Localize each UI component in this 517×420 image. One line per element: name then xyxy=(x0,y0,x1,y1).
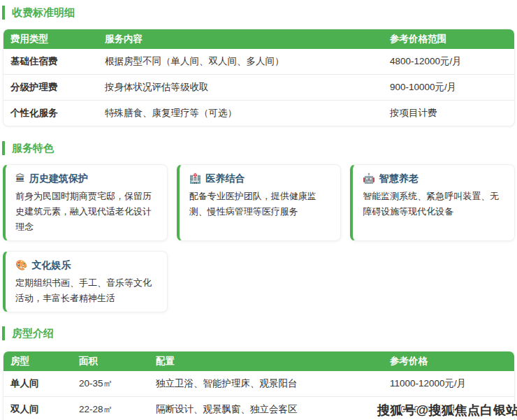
room-area: 22-28㎡ xyxy=(72,397,149,420)
robot-icon: 🤖 xyxy=(363,172,374,184)
hospital-icon: 🏥 xyxy=(189,172,201,184)
fees-header-price: 参考价格范围 xyxy=(383,29,514,49)
rooms-header-config: 配置 xyxy=(149,352,383,371)
fee-type: 分级护理费 xyxy=(3,75,98,101)
fees-table-card: 费用类型 服务内容 参考价格范围 基础住宿费 根据房型不同（单人间、双人间、多人… xyxy=(3,29,515,126)
card-description: 配备专业医护团队，提供健康监测、慢性病管理等医疗服务 xyxy=(189,189,331,219)
palette-icon: 🎨 xyxy=(15,259,27,271)
feature-card-culture: 🎨 文化娱乐 定期组织书画、手工、音乐等文化活动，丰富长者精神生活 xyxy=(3,251,168,312)
fee-price: 按项目计费 xyxy=(383,101,514,126)
card-header: 🎨 文化娱乐 xyxy=(15,259,157,271)
card-title: 医养结合 xyxy=(205,172,245,184)
rooms-header-area: 面积 xyxy=(72,352,149,371)
fee-price: 4800-12000元/月 xyxy=(383,49,514,75)
card-description: 智能监测系统、紧急呼叫装置、无障碍设施等现代化设备 xyxy=(363,189,504,219)
card-header: 🏥 医养结合 xyxy=(189,172,331,184)
card-header: 🤖 智慧养老 xyxy=(363,172,504,184)
table-row: 双人间 22-28㎡ 隔断设计、观景飘窗、独立会客区 7500-8500元/月 xyxy=(3,397,514,420)
room-config: 隔断设计、观景飘窗、独立会客区 xyxy=(149,397,383,420)
table-row: 单人间 20-35㎡ 独立卫浴、智能护理床、观景阳台 11000-12000元/… xyxy=(3,371,514,397)
fees-header-content: 服务内容 xyxy=(98,29,383,49)
card-title: 文化娱乐 xyxy=(31,259,71,271)
room-type: 双人间 xyxy=(3,397,72,420)
features-section-title: 服务特色 xyxy=(2,141,517,155)
card-title: 历史建筑保护 xyxy=(29,172,88,184)
fee-content: 根据房型不同（单人间、双人间、多人间） xyxy=(98,49,383,75)
room-price: 11000-12000元/月 xyxy=(383,371,514,397)
classical-building-icon: 🏛 xyxy=(15,172,25,184)
rooms-table-header-row: 房型 面积 配置 参考价格 xyxy=(3,352,514,371)
rooms-header-price: 参考价格 xyxy=(383,352,514,371)
feature-card-medical: 🏥 医养结合 配备专业医护团队，提供健康监测、慢性病管理等医疗服务 xyxy=(177,164,342,241)
rooms-header-type: 房型 xyxy=(3,352,72,371)
rooms-table-card: 房型 面积 配置 参考价格 单人间 20-35㎡ 独立卫浴、智能护理床、观景阳台… xyxy=(3,351,515,420)
fees-table-header-row: 费用类型 服务内容 参考价格范围 xyxy=(3,29,514,49)
table-row: 基础住宿费 根据房型不同（单人间、双人间、多人间） 4800-12000元/月 xyxy=(3,49,514,75)
fee-type: 基础住宿费 xyxy=(3,49,98,75)
feature-card-smart-care: 🤖 智慧养老 智能监测系统、紧急呼叫装置、无障碍设施等现代化设备 xyxy=(350,164,515,241)
room-config: 独立卫浴、智能护理床、观景阳台 xyxy=(149,371,383,397)
fees-table: 费用类型 服务内容 参考价格范围 基础住宿费 根据房型不同（单人间、双人间、多人… xyxy=(3,29,514,126)
card-description: 定期组织书画、手工、音乐等文化活动，丰富长者精神生活 xyxy=(15,275,157,306)
card-title: 智慧养老 xyxy=(379,172,418,184)
fee-content: 特殊膳食、康复理疗等（可选） xyxy=(98,101,383,126)
rooms-section-title: 房型介绍 xyxy=(2,326,517,340)
feature-cards-grid: 🏛 历史建筑保护 前身为民国时期商贾宅邸，保留历史建筑元素，融入现代适老化设计理… xyxy=(3,164,515,312)
fees-section-title: 收费标准明细 xyxy=(2,6,517,20)
fees-header-type: 费用类型 xyxy=(3,29,98,49)
room-price: 7500-8500元/月 xyxy=(383,397,514,420)
rooms-table: 房型 面积 配置 参考价格 单人间 20-35㎡ 独立卫浴、智能护理床、观景阳台… xyxy=(3,352,514,420)
feature-card-heritage: 🏛 历史建筑保护 前身为民国时期商贾宅邸，保留历史建筑元素，融入现代适老化设计理… xyxy=(3,164,168,241)
table-row: 分级护理费 按身体状况评估等级收取 900-10000元/月 xyxy=(3,75,514,101)
room-type: 单人间 xyxy=(3,371,72,397)
fee-price: 900-10000元/月 xyxy=(383,75,514,101)
fee-type: 个性化服务 xyxy=(3,101,98,126)
card-description: 前身为民国时期商贾宅邸，保留历史建筑元素，融入现代适老化设计理念 xyxy=(15,189,157,235)
fee-content: 按身体状况评估等级收取 xyxy=(98,75,383,101)
table-row: 个性化服务 特殊膳食、康复理疗等（可选） 按项目计费 xyxy=(3,101,514,126)
room-area: 20-35㎡ xyxy=(72,371,149,397)
card-header: 🏛 历史建筑保护 xyxy=(15,172,157,184)
